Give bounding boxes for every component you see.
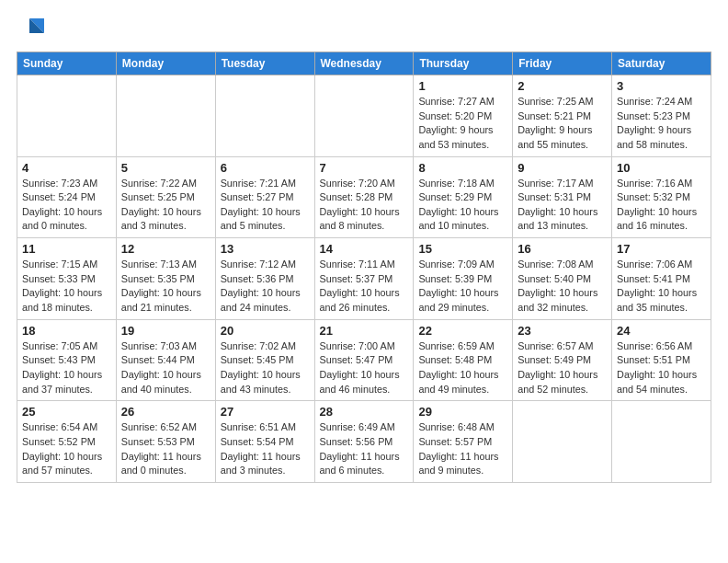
week-row-4: 18Sunrise: 7:05 AMSunset: 5:43 PMDayligh… — [17, 319, 711, 401]
col-header-thursday: Thursday — [414, 52, 513, 75]
day-info: Sunrise: 7:18 AMSunset: 5:29 PMDaylight:… — [418, 177, 507, 235]
week-row-1: 1Sunrise: 7:27 AMSunset: 5:20 PMDaylight… — [17, 75, 711, 157]
day-info: Sunrise: 6:52 AMSunset: 5:53 PMDaylight:… — [121, 420, 210, 478]
day-cell: 12Sunrise: 7:13 AMSunset: 5:35 PMDayligh… — [116, 238, 215, 320]
day-cell: 15Sunrise: 7:09 AMSunset: 5:39 PMDayligh… — [414, 238, 513, 320]
day-number: 21 — [320, 324, 409, 338]
day-number: 24 — [617, 324, 706, 338]
day-number: 23 — [518, 324, 607, 338]
day-cell: 9Sunrise: 7:17 AMSunset: 5:31 PMDaylight… — [513, 156, 612, 238]
day-info: Sunrise: 7:02 AMSunset: 5:45 PMDaylight:… — [221, 339, 310, 397]
day-number: 14 — [320, 242, 409, 256]
logo — [17, 17, 48, 40]
day-cell: 17Sunrise: 7:06 AMSunset: 5:41 PMDayligh… — [612, 238, 711, 320]
day-cell: 2Sunrise: 7:25 AMSunset: 5:21 PMDaylight… — [513, 75, 612, 157]
col-header-wednesday: Wednesday — [314, 52, 414, 75]
header-row: SundayMondayTuesdayWednesdayThursdayFrid… — [17, 52, 711, 75]
day-cell: 26Sunrise: 6:52 AMSunset: 5:53 PMDayligh… — [116, 401, 215, 483]
day-cell: 6Sunrise: 7:21 AMSunset: 5:27 PMDaylight… — [215, 156, 314, 238]
day-info: Sunrise: 7:25 AMSunset: 5:21 PMDaylight:… — [518, 95, 607, 153]
day-number: 3 — [617, 79, 706, 93]
day-info: Sunrise: 6:59 AMSunset: 5:48 PMDaylight:… — [418, 339, 507, 397]
day-cell: 21Sunrise: 7:00 AMSunset: 5:47 PMDayligh… — [314, 319, 414, 401]
day-cell: 16Sunrise: 7:08 AMSunset: 5:40 PMDayligh… — [513, 238, 612, 320]
day-number: 17 — [617, 242, 706, 256]
day-info: Sunrise: 7:22 AMSunset: 5:25 PMDaylight:… — [121, 177, 210, 235]
day-info: Sunrise: 6:49 AMSunset: 5:56 PMDaylight:… — [320, 420, 409, 478]
day-cell — [116, 75, 215, 157]
day-cell: 1Sunrise: 7:27 AMSunset: 5:20 PMDaylight… — [414, 75, 513, 157]
day-info: Sunrise: 7:23 AMSunset: 5:24 PMDaylight:… — [22, 177, 111, 235]
day-number: 22 — [418, 324, 507, 338]
day-info: Sunrise: 7:15 AMSunset: 5:33 PMDaylight:… — [22, 258, 111, 316]
day-cell — [513, 401, 612, 483]
day-info: Sunrise: 7:12 AMSunset: 5:36 PMDaylight:… — [221, 258, 310, 316]
day-number: 12 — [121, 242, 210, 256]
day-cell: 8Sunrise: 7:18 AMSunset: 5:29 PMDaylight… — [414, 156, 513, 238]
day-cell — [612, 401, 711, 483]
day-cell: 22Sunrise: 6:59 AMSunset: 5:48 PMDayligh… — [414, 319, 513, 401]
day-info: Sunrise: 6:57 AMSunset: 5:49 PMDaylight:… — [518, 339, 607, 397]
col-header-monday: Monday — [116, 52, 215, 75]
day-number: 13 — [221, 242, 310, 256]
page: SundayMondayTuesdayWednesdayThursdayFrid… — [0, 0, 728, 492]
day-number: 19 — [121, 324, 210, 338]
day-number: 26 — [121, 405, 210, 419]
day-number: 27 — [221, 405, 310, 419]
col-header-sunday: Sunday — [17, 52, 117, 75]
day-number: 8 — [418, 161, 507, 175]
day-cell: 27Sunrise: 6:51 AMSunset: 5:54 PMDayligh… — [215, 401, 314, 483]
day-cell: 25Sunrise: 6:54 AMSunset: 5:52 PMDayligh… — [17, 401, 117, 483]
day-cell: 23Sunrise: 6:57 AMSunset: 5:49 PMDayligh… — [513, 319, 612, 401]
day-cell: 4Sunrise: 7:23 AMSunset: 5:24 PMDaylight… — [17, 156, 117, 238]
day-number: 29 — [418, 405, 507, 419]
day-info: Sunrise: 7:20 AMSunset: 5:28 PMDaylight:… — [320, 177, 409, 235]
col-header-saturday: Saturday — [612, 52, 711, 75]
day-number: 1 — [418, 79, 507, 93]
day-number: 5 — [121, 161, 210, 175]
day-number: 11 — [22, 242, 111, 256]
day-info: Sunrise: 7:17 AMSunset: 5:31 PMDaylight:… — [518, 177, 607, 235]
day-number: 7 — [320, 161, 409, 175]
day-cell — [215, 75, 314, 157]
day-cell: 24Sunrise: 6:56 AMSunset: 5:51 PMDayligh… — [612, 319, 711, 401]
day-info: Sunrise: 7:13 AMSunset: 5:35 PMDaylight:… — [121, 258, 210, 316]
day-number: 18 — [22, 324, 111, 338]
calendar-header: SundayMondayTuesdayWednesdayThursdayFrid… — [17, 52, 711, 75]
day-info: Sunrise: 7:21 AMSunset: 5:27 PMDaylight:… — [221, 177, 310, 235]
day-info: Sunrise: 7:08 AMSunset: 5:40 PMDaylight:… — [518, 258, 607, 316]
day-cell: 29Sunrise: 6:48 AMSunset: 5:57 PMDayligh… — [414, 401, 513, 483]
day-info: Sunrise: 7:11 AMSunset: 5:37 PMDaylight:… — [320, 258, 409, 316]
day-cell — [314, 75, 414, 157]
day-cell: 3Sunrise: 7:24 AMSunset: 5:23 PMDaylight… — [612, 75, 711, 157]
day-info: Sunrise: 7:09 AMSunset: 5:39 PMDaylight:… — [418, 258, 507, 316]
header — [17, 17, 711, 40]
col-header-friday: Friday — [513, 52, 612, 75]
week-row-3: 11Sunrise: 7:15 AMSunset: 5:33 PMDayligh… — [17, 238, 711, 320]
day-cell: 10Sunrise: 7:16 AMSunset: 5:32 PMDayligh… — [612, 156, 711, 238]
day-number: 20 — [221, 324, 310, 338]
day-info: Sunrise: 7:27 AMSunset: 5:20 PMDaylight:… — [418, 95, 507, 153]
day-number: 10 — [617, 161, 706, 175]
day-info: Sunrise: 6:56 AMSunset: 5:51 PMDaylight:… — [617, 339, 706, 397]
day-info: Sunrise: 7:03 AMSunset: 5:44 PMDaylight:… — [121, 339, 210, 397]
day-number: 25 — [22, 405, 111, 419]
day-info: Sunrise: 7:24 AMSunset: 5:23 PMDaylight:… — [617, 95, 706, 153]
week-row-5: 25Sunrise: 6:54 AMSunset: 5:52 PMDayligh… — [17, 401, 711, 483]
day-number: 28 — [320, 405, 409, 419]
day-cell: 7Sunrise: 7:20 AMSunset: 5:28 PMDaylight… — [314, 156, 414, 238]
day-number: 16 — [518, 242, 607, 256]
col-header-tuesday: Tuesday — [215, 52, 314, 75]
day-cell: 11Sunrise: 7:15 AMSunset: 5:33 PMDayligh… — [17, 238, 117, 320]
day-cell: 13Sunrise: 7:12 AMSunset: 5:36 PMDayligh… — [215, 238, 314, 320]
day-number: 15 — [418, 242, 507, 256]
day-cell: 5Sunrise: 7:22 AMSunset: 5:25 PMDaylight… — [116, 156, 215, 238]
logo-icon — [20, 13, 48, 40]
day-cell — [17, 75, 117, 157]
week-row-2: 4Sunrise: 7:23 AMSunset: 5:24 PMDaylight… — [17, 156, 711, 238]
day-cell: 14Sunrise: 7:11 AMSunset: 5:37 PMDayligh… — [314, 238, 414, 320]
day-number: 9 — [518, 161, 607, 175]
day-cell: 20Sunrise: 7:02 AMSunset: 5:45 PMDayligh… — [215, 319, 314, 401]
day-info: Sunrise: 7:00 AMSunset: 5:47 PMDaylight:… — [320, 339, 409, 397]
day-info: Sunrise: 7:05 AMSunset: 5:43 PMDaylight:… — [22, 339, 111, 397]
